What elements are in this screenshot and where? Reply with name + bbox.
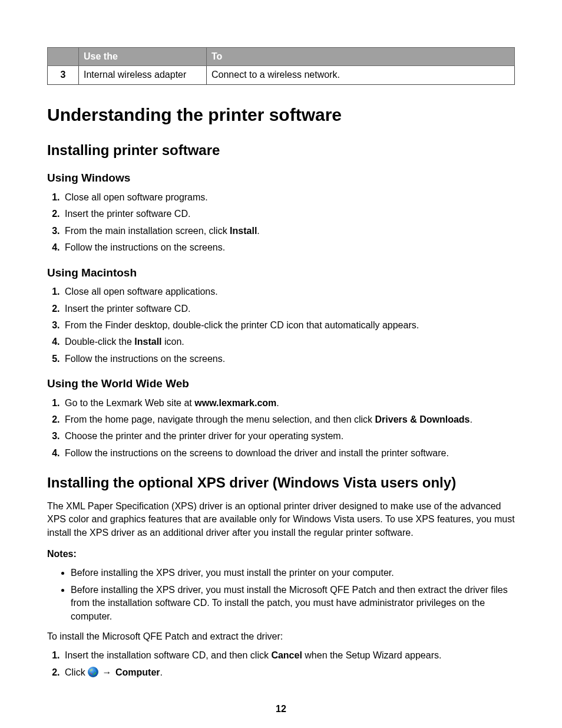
mac-steps: Close all open software applications. In…	[47, 285, 515, 365]
section-installing: Installing printer software	[47, 140, 515, 160]
xps-intro: The XML Paper Specification (XPS) driver…	[47, 500, 515, 539]
list-item: From the main installation screen, click…	[62, 225, 515, 238]
list-item: Click → Computer.	[62, 666, 515, 679]
notes-label: Notes:	[47, 548, 515, 561]
www-steps: Go to the Lexmark Web site at www.lexmar…	[47, 397, 515, 460]
list-item: Choose the printer and the printer drive…	[62, 430, 515, 443]
table-row: 3 Internal wireless adapter Connect to a…	[48, 66, 515, 84]
list-item: Follow the instructions on the screens.	[62, 241, 515, 254]
subhead-www: Using the World Wide Web	[47, 376, 515, 392]
qfe-steps: Insert the installation software CD, and…	[47, 649, 515, 679]
table-header-use: Use the	[79, 48, 207, 66]
windows-steps: Close all open software programs. Insert…	[47, 191, 515, 255]
section-xps: Installing the optional XPS driver (Wind…	[47, 473, 515, 493]
row-number: 3	[48, 66, 79, 84]
row-to: Connect to a wireless network.	[207, 66, 515, 84]
page-title: Understanding the printer software	[47, 103, 515, 127]
list-item: Go to the Lexmark Web site at www.lexmar…	[62, 397, 515, 410]
notes-list: Before installing the XPS driver, you mu…	[47, 566, 515, 623]
feature-table: Use the To 3 Internal wireless adapter C…	[47, 47, 515, 85]
page-number: 12	[47, 703, 515, 716]
list-item: Insert the printer software CD.	[62, 207, 515, 220]
list-item: Before installing the XPS driver, you mu…	[71, 584, 515, 623]
table-header-num	[48, 48, 79, 66]
list-item: Follow the instructions on the screens.	[62, 353, 515, 365]
list-item: Close all open software programs.	[62, 191, 515, 204]
list-item: From the Finder desktop, double-click th…	[62, 319, 515, 332]
list-item: Follow the instructions on the screens t…	[62, 447, 515, 460]
table-header-to: To	[207, 48, 515, 66]
qfe-intro: To install the Microsoft QFE Patch and e…	[47, 630, 515, 643]
list-item: Double-click the Install icon.	[62, 335, 515, 348]
row-use: Internal wireless adapter	[79, 66, 207, 84]
list-item: Close all open software applications.	[62, 285, 515, 298]
windows-start-icon	[88, 667, 98, 677]
list-item: From the home page, navigate through the…	[62, 413, 515, 426]
subhead-macintosh: Using Macintosh	[47, 265, 515, 281]
subhead-windows: Using Windows	[47, 170, 515, 186]
list-item: Insert the printer software CD.	[62, 302, 515, 315]
arrow-icon: →	[101, 667, 113, 677]
list-item: Before installing the XPS driver, you mu…	[71, 566, 515, 579]
list-item: Insert the installation software CD, and…	[62, 649, 515, 662]
